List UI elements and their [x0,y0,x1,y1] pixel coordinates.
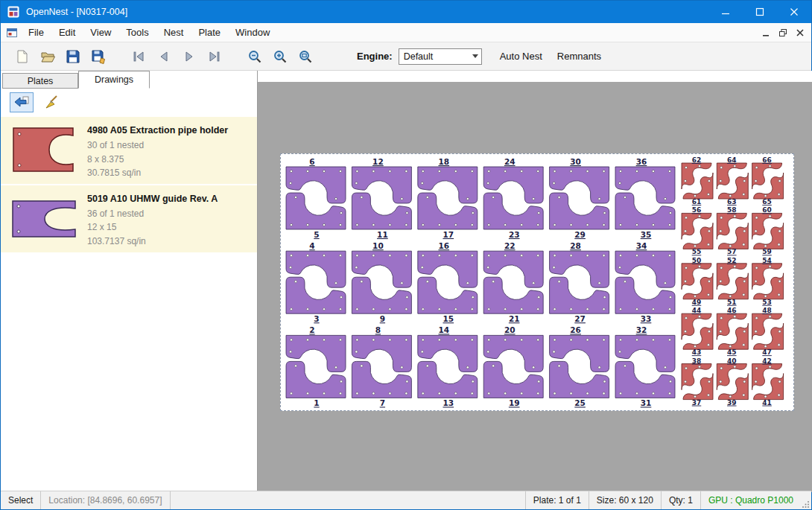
drawing-item-uhmw-guide[interactable]: 5019 A10 UHMW guide Rev. A 36 of 1 neste… [1,185,257,254]
menu-view[interactable]: View [83,23,118,42]
engine-group: Engine: Default [357,48,482,65]
engine-dropdown-arrow[interactable] [469,54,481,58]
purple-part-pair[interactable]: 2625 [550,325,609,407]
red-part-pair[interactable]: 6665 [752,156,784,205]
red-part-pair[interactable]: 6463 [717,156,748,205]
svg-text:37: 37 [692,399,702,407]
mdi-close-icon [795,28,805,38]
statusbar: Select Location: [84.8696, 60.6957] Plat… [1,491,811,509]
save-as-button[interactable] [86,45,111,68]
svg-text:13: 13 [443,398,454,407]
purple-part-pair[interactable]: 3231 [615,325,675,407]
menu-nest[interactable]: Nest [156,23,191,42]
mdi-minimize-button[interactable] [757,25,774,40]
svg-text:61: 61 [692,198,702,205]
purple-part-pair[interactable]: 3635 [615,157,675,239]
menu-window[interactable]: Window [228,23,277,42]
titlebar: OpenNest - [N0317-004] [1,1,811,23]
svg-text:23: 23 [509,230,520,239]
zoom-in-button[interactable] [267,45,293,68]
menu-tools[interactable]: Tools [118,23,156,42]
red-part-pair[interactable]: 4645 [717,307,748,356]
part-thumbnail [5,121,83,180]
engine-combobox[interactable]: Default [399,48,482,65]
mdi-close-button[interactable] [791,25,808,40]
red-part-pair[interactable]: 5251 [717,257,748,306]
next-plate-button[interactable] [177,45,202,68]
plate-svg[interactable]: 6512111817242330293635431091615222128273… [281,154,793,410]
svg-text:41: 41 [762,399,772,407]
first-arrow-icon [131,49,146,64]
purple-part-pair[interactable]: 1413 [418,325,478,407]
purple-part-pair[interactable]: 3433 [615,241,675,323]
svg-text:32: 32 [636,325,647,334]
panel-tabs: Plates Drawings [1,71,257,89]
purple-part-pair[interactable]: 43 [286,241,346,323]
nest-canvas[interactable]: 6512111817242330293635431091615222128273… [258,71,812,492]
red-part-pair[interactable]: 4847 [752,307,784,356]
drawing-item-extraction-pipe-holder[interactable]: 4980 A05 Extraction pipe holder 30 of 1 … [1,117,257,185]
svg-text:7: 7 [380,398,385,407]
import-arrow-icon [13,95,30,109]
zoom-fit-icon [298,49,313,64]
purple-part-pair[interactable]: 65 [286,157,346,239]
remnants-button[interactable]: Remnants [550,46,609,66]
tab-plates[interactable]: Plates [2,73,78,89]
red-part-pair[interactable]: 5857 [717,206,748,255]
mdi-child-icon [6,27,18,39]
red-part-pair[interactable]: 4443 [682,307,713,356]
svg-text:26: 26 [570,325,581,334]
menu-edit[interactable]: Edit [51,23,83,42]
red-part-pair[interactable]: 6059 [752,206,784,255]
drawing-area: 30.7815 sq/in [87,166,228,180]
close-button[interactable] [777,1,811,23]
purple-part-pair[interactable]: 2221 [483,241,543,323]
red-part-pair[interactable]: 4241 [752,357,784,407]
svg-text:35: 35 [641,230,652,239]
svg-text:52: 52 [727,257,737,264]
maximize-button[interactable] [743,1,777,23]
red-part-pair[interactable]: 5453 [752,257,784,306]
clear-drawings-button[interactable] [39,92,63,112]
last-plate-button[interactable] [202,45,227,68]
previous-plate-button[interactable] [151,45,177,68]
new-button[interactable] [10,45,35,68]
resize-grip[interactable] [801,491,811,509]
purple-part-pair[interactable]: 21 [286,325,346,407]
first-plate-button[interactable] [126,45,151,68]
svg-text:12: 12 [372,157,384,166]
purple-part-pair[interactable]: 2423 [483,157,543,239]
status-location: Location: [84.8696, 60.6957] [41,491,170,509]
red-part-pair[interactable]: 5049 [682,257,713,306]
purple-part-pair[interactable]: 2827 [550,241,609,323]
opennest-window: OpenNest - [N0317-004] File Edit View To… [0,0,812,510]
svg-text:42: 42 [762,357,772,365]
mdi-restore-button[interactable] [774,25,791,40]
import-drawing-button[interactable] [10,92,34,112]
svg-text:62: 62 [692,156,702,164]
auto-nest-button[interactable]: Auto Nest [492,46,550,66]
purple-part-pair[interactable]: 1615 [418,241,478,323]
purple-part-pair[interactable]: 1211 [352,157,411,239]
red-part-pair[interactable]: 3837 [682,357,713,407]
red-part-pair[interactable]: 6261 [682,156,713,205]
open-button[interactable] [35,45,60,68]
red-part-pair[interactable]: 5655 [682,206,713,255]
purple-part-pair[interactable]: 2019 [483,325,543,407]
plate[interactable]: 6512111817242330293635431091615222128273… [280,153,794,411]
zoom-out-icon [247,49,262,64]
purple-part-pair[interactable]: 3029 [550,157,609,239]
zoom-fit-button[interactable] [293,45,318,68]
tab-drawings[interactable]: Drawings [78,71,150,89]
mdi-restore-icon [778,28,788,38]
purple-part-pair[interactable]: 109 [352,241,411,323]
red-part-pair[interactable]: 4039 [717,357,748,407]
minimize-button[interactable] [708,1,743,23]
menu-file[interactable]: File [21,23,51,42]
menu-plate[interactable]: Plate [191,23,228,42]
purple-part-pair[interactable]: 1817 [418,157,478,239]
purple-part-pair[interactable]: 87 [352,325,411,407]
save-button[interactable] [60,45,86,68]
previous-arrow-icon [156,49,171,64]
zoom-out-button[interactable] [242,45,267,68]
